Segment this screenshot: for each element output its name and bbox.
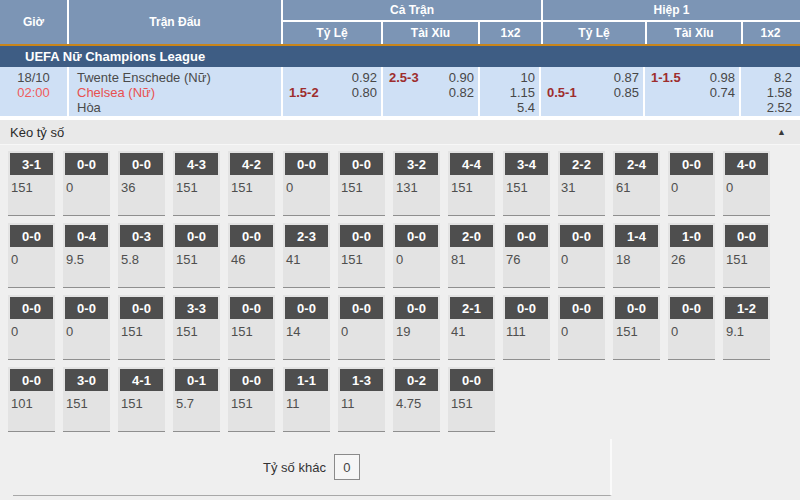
score-cell[interactable]: 0-00	[558, 295, 605, 360]
score-cell[interactable]: 1-111	[283, 367, 330, 432]
score-label: 3-1	[10, 153, 53, 175]
score-odds: 11	[283, 391, 330, 411]
column-header-time: Giờ	[0, 0, 69, 44]
half-1x2-draw-odds[interactable]: 2.52	[767, 100, 792, 115]
score-cell[interactable]: 1-311	[338, 367, 385, 432]
score-cell[interactable]: 0-00	[8, 223, 55, 288]
score-cell[interactable]: 0-0151	[118, 295, 165, 360]
half-1x2-home-odds[interactable]: 8.2	[774, 70, 792, 85]
score-cell[interactable]: 0-00	[63, 151, 110, 216]
score-label: 0-0	[120, 297, 163, 319]
score-cell[interactable]: 0-046	[228, 223, 275, 288]
score-odds: 26	[668, 247, 715, 267]
score-cell[interactable]: 0-35.8	[118, 223, 165, 288]
score-cell[interactable]: 0-036	[118, 151, 165, 216]
half-1x2-cell[interactable]: 8.2 1.58 2.52	[741, 67, 796, 116]
score-cell[interactable]: 0-019	[393, 295, 440, 360]
score-cell[interactable]: 0-0151	[723, 223, 770, 288]
score-cell[interactable]: 2-341	[283, 223, 330, 288]
column-header-match: Trận Đấu	[69, 0, 283, 44]
score-cell[interactable]: 4-1151	[118, 367, 165, 432]
full-handicap-away-odds[interactable]: 0.80	[352, 85, 377, 100]
score-odds: 0	[668, 319, 715, 339]
full-over-odds[interactable]: 0.90	[449, 70, 474, 85]
score-label: 0-0	[340, 297, 383, 319]
score-cell[interactable]: 0-00	[668, 295, 715, 360]
score-odds: 41	[283, 247, 330, 267]
score-cell[interactable]: 1-418	[613, 223, 660, 288]
score-cell[interactable]: 4-00	[723, 151, 770, 216]
score-cell[interactable]: 3-2131	[393, 151, 440, 216]
half-under-odds[interactable]: 0.74	[710, 85, 735, 100]
score-cell[interactable]: 0-0101	[8, 367, 55, 432]
score-cell[interactable]: 4-4151	[448, 151, 495, 216]
score-label: 4-1	[120, 369, 163, 391]
score-cell[interactable]: 0-00	[8, 295, 55, 360]
score-odds: 36	[118, 175, 165, 195]
score-cell[interactable]: 0-49.5	[63, 223, 110, 288]
full-handicap-cell[interactable]: 0.92 1.5-20.80	[283, 67, 383, 116]
score-label: 0-0	[230, 297, 273, 319]
score-cell[interactable]: 0-0111	[503, 295, 550, 360]
score-cell[interactable]: 0-014	[283, 295, 330, 360]
score-odds: 151	[63, 391, 110, 411]
score-cell[interactable]: 0-00	[393, 223, 440, 288]
score-cell[interactable]: 1-29.1	[723, 295, 770, 360]
score-label: 0-0	[340, 153, 383, 175]
score-odds: 19	[393, 319, 440, 339]
half-1x2-away-odds[interactable]: 1.58	[767, 85, 792, 100]
column-header-half-overunder: Tài Xỉu	[647, 22, 743, 44]
score-cell[interactable]: 0-0151	[228, 295, 275, 360]
half-handicap-home-odds[interactable]: 0.87	[614, 70, 639, 85]
score-cell[interactable]: 0-0151	[338, 151, 385, 216]
score-cell[interactable]: 2-081	[448, 223, 495, 288]
score-label: 0-0	[120, 153, 163, 175]
collapse-icon[interactable]: ▲	[777, 120, 786, 145]
score-label: 0-0	[175, 225, 218, 247]
score-cell[interactable]: 0-00	[668, 151, 715, 216]
score-cell[interactable]: 2-461	[613, 151, 660, 216]
full-overunder-cell[interactable]: 2.5-30.90 0.82	[383, 67, 480, 116]
score-cell[interactable]: 0-0151	[448, 367, 495, 432]
score-cell[interactable]: 0-076	[503, 223, 550, 288]
score-cell[interactable]: 0-00	[283, 151, 330, 216]
score-cell[interactable]: 0-24.75	[393, 367, 440, 432]
score-cell[interactable]: 0-0151	[613, 295, 660, 360]
score-cell[interactable]: 2-141	[448, 295, 495, 360]
score-cell[interactable]: 0-0151	[228, 367, 275, 432]
half-handicap-away-odds[interactable]: 0.85	[614, 85, 639, 100]
full-under-odds[interactable]: 0.82	[449, 85, 474, 100]
half-over-odds[interactable]: 0.98	[710, 70, 735, 85]
score-cell[interactable]: 4-3151	[173, 151, 220, 216]
full-1x2-away-odds[interactable]: 1.15	[510, 85, 535, 100]
other-score-input[interactable]: 0	[334, 454, 360, 480]
score-cell[interactable]: 0-15.7	[173, 367, 220, 432]
full-1x2-draw-odds[interactable]: 5.4	[517, 100, 535, 115]
score-cell[interactable]: 4-2151	[228, 151, 275, 216]
score-cell[interactable]: 0-00	[63, 295, 110, 360]
score-odds: 0	[723, 175, 770, 195]
half-overunder-cell[interactable]: 1-1.50.98 0.74	[645, 67, 741, 116]
score-label: 0-0	[285, 297, 328, 319]
score-cell[interactable]: 3-3151	[173, 295, 220, 360]
score-cell[interactable]: 0-0151	[338, 223, 385, 288]
score-cell[interactable]: 0-00	[338, 295, 385, 360]
half-handicap-cell[interactable]: 0.87 0.5-10.85	[541, 67, 645, 116]
other-score-label: Tỷ số khác	[263, 460, 326, 475]
correct-score-header[interactable]: Kèo tỷ số ▲	[0, 120, 800, 145]
score-label: 0-0	[670, 297, 713, 319]
score-cell[interactable]: 0-0151	[173, 223, 220, 288]
score-cell[interactable]: 2-231	[558, 151, 605, 216]
full-1x2-cell[interactable]: 10 1.15 5.4	[480, 67, 541, 116]
score-label: 3-4	[505, 153, 548, 175]
full-handicap-home-odds[interactable]: 0.92	[352, 70, 377, 85]
score-cell[interactable]: 3-1151	[8, 151, 55, 216]
score-cell[interactable]: 1-026	[668, 223, 715, 288]
score-cell[interactable]: 3-4151	[503, 151, 550, 216]
full-1x2-home-odds[interactable]: 10	[521, 70, 535, 85]
score-cell[interactable]: 3-0151	[63, 367, 110, 432]
score-odds: 151	[173, 175, 220, 195]
score-cell[interactable]: 0-00	[558, 223, 605, 288]
score-label: 1-2	[725, 297, 768, 319]
score-row: 0-000-49.50-35.80-01510-0462-3410-01510-…	[8, 223, 800, 288]
